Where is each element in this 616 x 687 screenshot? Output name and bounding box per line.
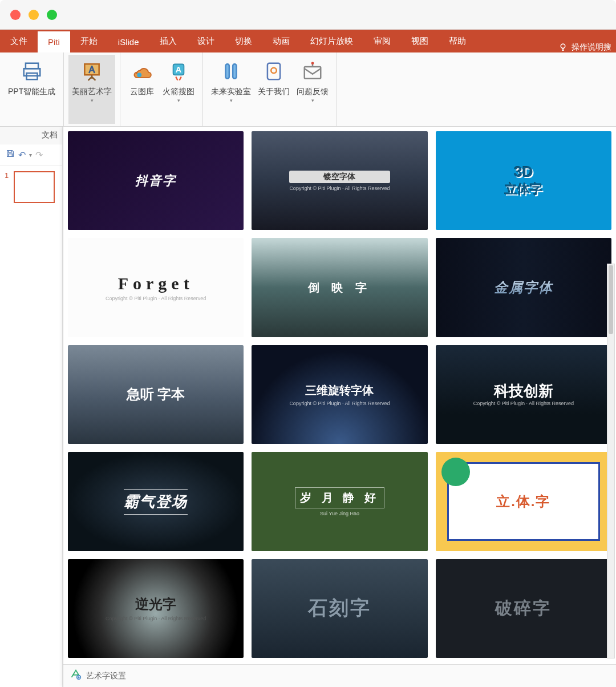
gallery-item-label: 金属字体 [494, 278, 553, 297]
gallery-item-tech[interactable]: 科技创新Copyright © Piti Plugin · All Rights… [436, 345, 611, 444]
tab-design[interactable]: 设计 [187, 30, 225, 52]
dropdown-icon: ▾ [311, 98, 314, 103]
slide-thumbnail-1[interactable] [14, 171, 55, 203]
gallery-item-label: Forget [106, 274, 206, 293]
tab-start[interactable]: 开始 [70, 30, 108, 52]
dropdown-icon: ▾ [230, 98, 233, 103]
gallery-item-forget[interactable]: ForgetCopyright © Piti Plugin · All Righ… [68, 238, 244, 337]
future-lab-button[interactable]: 未来实验室 ▾ [208, 55, 254, 124]
flask-icon [220, 58, 242, 84]
gallery-item-sublabel: Sui Yue Jing Hao [295, 511, 384, 516]
svg-rect-13 [9, 151, 11, 152]
minimize-icon[interactable] [29, 10, 39, 20]
cloud-lib-button[interactable]: 云图库 [125, 55, 159, 124]
gallery-item-label: 倒 映 字 [308, 280, 371, 296]
gallery-item-stone[interactable]: 石刻字 [252, 559, 427, 658]
rocket-icon: A [168, 58, 189, 84]
cloud-icon [131, 58, 153, 84]
rocket-search-button[interactable]: A 火箭搜图 ▾ [159, 55, 198, 124]
future-lab-label: 未来实验室 [211, 87, 251, 96]
svg-rect-11 [305, 67, 321, 79]
tab-insert[interactable]: 插入 [149, 30, 187, 52]
gallery-item-label: 逆光字 [106, 595, 206, 613]
gallery-item-liti[interactable]: 立.体.字 [436, 452, 611, 551]
gallery-item-label: 立.体.字 [496, 492, 550, 511]
save-icon[interactable] [6, 149, 15, 160]
tab-slideshow[interactable]: 幻灯片放映 [300, 30, 363, 52]
gallery-item-douyin[interactable]: 抖音字 [68, 131, 244, 230]
tab-help[interactable]: 帮助 [439, 30, 476, 52]
gallery-item-label: 科技创新 [473, 383, 574, 398]
gallery-item-3drotate[interactable]: 三维旋转字体Copyright © Piti Plugin · All Righ… [252, 345, 427, 444]
undo-icon[interactable]: ↶ [18, 149, 26, 160]
svg-point-4 [137, 72, 142, 77]
gallery-footer-label: 艺术字设置 [86, 671, 126, 681]
rocket-label: 火箭搜图 [163, 87, 194, 96]
ribbon-body: PPT智能生成 美丽艺术字 ▾ [0, 52, 616, 127]
gallery-item-label: 3D [505, 163, 542, 181]
envelope-icon [302, 58, 323, 84]
art-text-gallery-panel: 抖音字 镂空字体Copyright © Piti Plugin · All Ri… [63, 127, 616, 687]
gallery-item-label: 三维旋转字体 [289, 383, 390, 398]
gallery-item-label: 破碎字 [495, 597, 552, 620]
svg-rect-1 [26, 63, 38, 69]
gallery-footer[interactable]: 艺术字设置 [63, 664, 616, 687]
ppt-gen-label: PPT智能生成 [8, 87, 55, 96]
dropdown-icon: ▾ [91, 98, 94, 103]
gallery-item-3d[interactable]: 3D立体字 [436, 131, 611, 230]
dropdown-icon: ▾ [177, 98, 180, 103]
gallery-item-sublabel: 立体字 [505, 181, 542, 198]
slide-number: 1 [5, 171, 9, 180]
tab-islide[interactable]: iSlide [108, 31, 149, 52]
tab-view[interactable]: 视图 [401, 30, 439, 52]
art-text-label: 美丽艺术字 [72, 87, 112, 96]
gallery-item-label: 抖音字 [135, 172, 176, 189]
svg-rect-8 [233, 64, 236, 78]
cloud-lib-label: 云图库 [130, 87, 154, 96]
svg-rect-9 [268, 63, 280, 80]
lightbulb-icon [558, 42, 568, 52]
gallery-grid: 抖音字 镂空字体Copyright © Piti Plugin · All Ri… [68, 131, 611, 658]
tab-animation[interactable]: 动画 [262, 30, 300, 52]
gallery-item-baqi[interactable]: 霸气登场 [68, 452, 244, 551]
tab-piti[interactable]: Piti [38, 31, 70, 52]
gallery-item-listen[interactable]: 急听 字本 [68, 345, 244, 444]
group-label-doc: 文档 [0, 127, 62, 144]
feedback-label: 问题反馈 [297, 87, 329, 96]
tell-me-label: 操作说明搜 [572, 42, 611, 52]
gallery-item-reflect[interactable]: 倒 映 字 [252, 238, 427, 337]
gallery-item-hollow[interactable]: 镂空字体Copyright © Piti Plugin · All Rights… [252, 131, 427, 230]
ppt-gen-button[interactable]: PPT智能生成 [5, 55, 59, 124]
badge-icon [263, 58, 285, 84]
art-text-button[interactable]: 美丽艺术字 ▾ [68, 55, 115, 124]
gallery-item-label: 急听 字本 [127, 387, 185, 402]
gallery-item-label: 岁 月 静 好 [295, 487, 384, 508]
about-button[interactable]: 关于我们 [254, 55, 293, 124]
tab-transition[interactable]: 切换 [225, 30, 262, 52]
window-titlebar [0, 0, 616, 30]
undo-dropdown-icon[interactable]: ▾ [29, 152, 32, 158]
redo-icon[interactable]: ↷ [35, 149, 43, 160]
ribbon-tabs: 文件 Piti 开始 iSlide 插入 设计 切换 动画 幻灯片放映 审阅 视… [0, 30, 616, 52]
gallery-item-label: 霸气登场 [124, 492, 188, 512]
about-label: 关于我们 [258, 87, 290, 96]
feedback-button[interactable]: 问题反馈 ▾ [293, 55, 332, 124]
gallery-item-backlight[interactable]: 逆光字Copyright © Piti Plugin · All Rights … [68, 559, 244, 658]
vertical-scrollbar[interactable] [607, 264, 615, 658]
close-icon[interactable] [10, 10, 21, 20]
svg-rect-7 [226, 64, 229, 78]
svg-text:A: A [176, 65, 181, 74]
gallery-item-broken[interactable]: 破碎字 [436, 559, 611, 658]
gallery-item-suiyue[interactable]: 岁 月 静 好Sui Yue Jing Hao [252, 452, 427, 551]
gallery-item-label: 石刻字 [308, 595, 371, 621]
svg-point-0 [561, 44, 565, 49]
tell-me-search[interactable]: 操作说明搜 [558, 42, 616, 52]
svg-point-10 [271, 68, 277, 74]
tab-review[interactable]: 审阅 [363, 30, 401, 52]
printer-icon [21, 58, 43, 84]
tab-file[interactable]: 文件 [0, 30, 38, 52]
svg-rect-14 [9, 154, 13, 157]
quick-access-toolbar: ↶ ▾ ↷ [0, 144, 62, 165]
maximize-icon[interactable] [47, 10, 57, 20]
gallery-item-metal[interactable]: 金属字体 [436, 238, 611, 337]
